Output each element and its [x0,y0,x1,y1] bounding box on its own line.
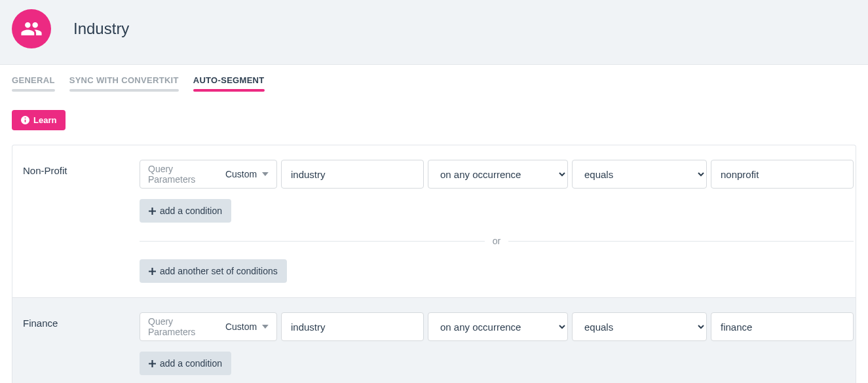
add-condition-set-button[interactable]: add another set of conditions [140,259,287,283]
source-value: Custom [225,169,257,179]
content-area: GENERAL SYNC WITH CONVERTKIT AUTO-SEGMEN… [0,65,868,383]
page-title: Industry [73,20,129,38]
segment-name: Non-Profit [23,160,140,176]
tab-underline [12,89,55,92]
plus-icon [149,208,156,215]
tab-label: AUTO-SEGMENT [193,75,265,85]
tab-general[interactable]: GENERAL [12,75,55,92]
plus-icon [149,360,156,367]
param-input[interactable] [281,160,424,189]
info-icon [21,116,29,124]
tab-underline [193,89,265,92]
group-icon [12,9,51,48]
value-input[interactable] [711,160,854,189]
caret-down-icon [262,323,269,330]
tab-label: SYNC WITH CONVERTKIT [69,75,179,85]
add-condition-button[interactable]: add a condition [140,199,231,223]
occurrence-select[interactable]: on any occurrence [428,160,568,189]
or-label: or [493,236,500,246]
source-label: Query Parameters [148,164,221,185]
learn-button[interactable]: Learn [12,110,66,130]
operator-select[interactable]: equals [572,160,707,189]
segment-body: Query Parameters Custom on any occurrenc… [140,160,854,283]
condition-row: Query Parameters Custom on any occurrenc… [140,160,854,189]
page-header: Industry [0,0,868,65]
add-set-label: add another set of conditions [160,266,278,276]
plus-icon [149,268,156,275]
value-input[interactable] [711,312,854,341]
source-dropdown[interactable]: Query Parameters Custom [140,312,277,341]
or-divider: or [140,236,854,246]
source-value: Custom [225,321,257,332]
tab-underline [69,89,179,92]
param-input[interactable] [281,312,424,341]
caret-down-icon [262,171,269,177]
add-condition-button[interactable]: add a condition [140,352,231,375]
tabs: GENERAL SYNC WITH CONVERTKIT AUTO-SEGMEN… [12,75,856,92]
learn-button-label: Learn [33,115,56,125]
segment-body: Query Parameters Custom on any occurrenc… [140,312,854,375]
tab-label: GENERAL [12,75,55,85]
segment-row: Non-Profit Query Parameters Custom on an… [12,145,856,297]
source-label: Query Parameters [148,316,221,337]
condition-row: Query Parameters Custom on any occurrenc… [140,312,854,341]
add-condition-label: add a condition [160,358,222,369]
segments-container: Non-Profit Query Parameters Custom on an… [12,145,856,383]
operator-select[interactable]: equals [572,312,707,341]
segment-row: Finance Query Parameters Custom on any o… [12,297,856,383]
tab-auto-segment[interactable]: AUTO-SEGMENT [193,75,265,92]
occurrence-select[interactable]: on any occurrence [428,312,568,341]
segment-name: Finance [23,312,140,329]
source-dropdown[interactable]: Query Parameters Custom [140,160,277,189]
add-condition-label: add a condition [160,206,222,216]
tab-sync-convertkit[interactable]: SYNC WITH CONVERTKIT [69,75,179,92]
